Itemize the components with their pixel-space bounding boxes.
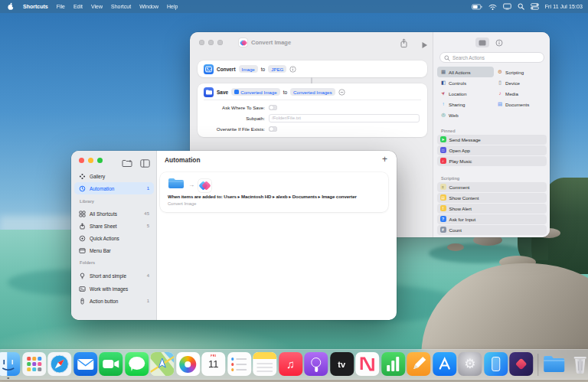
dock-iphone-mirroring-icon[interactable] (484, 351, 508, 379)
menu-edit[interactable]: Edit (74, 4, 83, 9)
menu-clock[interactable]: Fri 11 Jul 15:03 (545, 4, 583, 9)
dock-facetime-icon[interactable] (99, 351, 122, 379)
category-web[interactable]: ◎Web (437, 109, 494, 120)
add-automation-button[interactable]: + (382, 154, 387, 165)
display-icon[interactable] (503, 3, 511, 10)
dock-podcasts-icon[interactable] (304, 351, 328, 379)
sidebar-folder-action-button[interactable]: Action button 1 (74, 295, 154, 306)
zoom-button[interactable] (217, 40, 223, 45)
sharing-icon: ↑ (440, 101, 446, 107)
dock-tv-icon[interactable]: tv (330, 351, 354, 379)
show-content-icon: ▤ (440, 194, 446, 201)
minimize-button[interactable] (208, 40, 214, 45)
sidebar-item-automation[interactable]: Automation 1 (74, 182, 154, 194)
minimize-button[interactable] (88, 158, 93, 163)
collapse-icon[interactable] (338, 89, 345, 96)
action-count[interactable]: #Count (437, 225, 547, 235)
dock-calendar-icon[interactable]: FRI11 (201, 351, 225, 379)
automation-card[interactable]: → When items are added to: Users ▸ Macin… (160, 172, 388, 212)
action-play-music[interactable]: ♪Play Music (437, 156, 547, 166)
menu-app-name[interactable]: Shortcuts (23, 4, 48, 9)
zoom-button[interactable] (97, 158, 103, 163)
dock-downloads-folder-icon[interactable] (542, 351, 566, 379)
dock-appstore-icon[interactable] (433, 351, 456, 379)
category-sharing[interactable]: ↑Sharing (437, 99, 494, 109)
menu-file[interactable]: File (57, 4, 65, 9)
category-controls[interactable]: ◧Controls (437, 77, 494, 88)
sidebar-item-quick-actions[interactable]: Quick Actions (74, 233, 154, 243)
sidebar-item-menu-bar[interactable]: Menu Bar (74, 245, 154, 256)
menu-shortcut[interactable]: Shortcut (111, 4, 131, 9)
save-destination-token[interactable]: Converted Images (290, 88, 335, 96)
action-library-toggle[interactable] (475, 38, 489, 47)
sidebar-item-all-shortcuts[interactable]: All Shortcuts 45 (74, 208, 154, 219)
comment-icon: ≡ (440, 184, 446, 190)
folders-section-label: Folders (80, 260, 95, 265)
dock-music-icon[interactable]: ♫ (279, 351, 302, 379)
sidebar-item-share-sheet[interactable]: Share Sheet 5 (74, 220, 154, 231)
window-controls (79, 158, 103, 163)
menu-view[interactable]: View (91, 4, 103, 9)
dock-maps-icon[interactable] (150, 351, 174, 379)
save-preposition: to (283, 90, 287, 95)
battery-icon[interactable] (472, 4, 482, 10)
convert-input-token[interactable]: Image (239, 65, 258, 73)
close-button[interactable] (79, 158, 84, 163)
spotlight-icon[interactable] (518, 3, 524, 10)
param-label: Subpath: (198, 116, 265, 121)
menu-window[interactable]: Window (139, 4, 158, 9)
action-show-content[interactable]: ▤Show Content (437, 193, 547, 203)
category-scripting[interactable]: ⚙Scripting (494, 67, 547, 77)
action-open-app[interactable]: □Open App (437, 145, 547, 155)
subpath-input[interactable] (269, 114, 420, 122)
close-button[interactable] (199, 40, 204, 45)
dock-photos-icon[interactable] (176, 351, 200, 379)
gallery-icon (79, 173, 86, 180)
save-file-action-card[interactable]: Save Converted Image to Converted Images… (198, 83, 427, 137)
category-all-actions[interactable]: ▦All Actions (437, 67, 494, 77)
convert-image-action-card[interactable]: Convert Image to JPEG (198, 60, 427, 77)
share-button[interactable] (400, 38, 408, 51)
info-panel-toggle[interactable] (495, 39, 503, 47)
control-center-icon[interactable] (531, 3, 539, 10)
category-media[interactable]: ♪Media (494, 88, 547, 99)
category-device[interactable]: ▯Device (494, 77, 547, 88)
menu-help[interactable]: Help (167, 4, 178, 9)
action-comment[interactable]: ≡Comment (437, 182, 547, 192)
search-actions-field[interactable] (439, 52, 544, 63)
sidebar-item-gallery[interactable]: Gallery (74, 171, 154, 181)
dock-settings-icon[interactable]: ⚙ (458, 351, 482, 379)
category-location[interactable]: ➤Location (437, 88, 494, 99)
search-actions-input[interactable] (452, 55, 540, 60)
library-section-label: Library (80, 199, 94, 204)
info-icon[interactable] (289, 66, 296, 73)
dock-purple-app-icon[interactable] (509, 351, 533, 379)
dock-reminders-icon[interactable] (227, 351, 251, 379)
dock-launchpad-icon[interactable] (22, 351, 46, 379)
run-button[interactable] (421, 38, 428, 52)
dock-pages-icon[interactable] (407, 351, 430, 379)
dock-safari-icon[interactable] (47, 351, 71, 379)
dock-trash-icon[interactable] (568, 351, 588, 379)
action-send-message[interactable]: ➤Send Message (437, 135, 547, 145)
ask-for-input-icon: ? (440, 216, 446, 222)
new-folder-button[interactable] (122, 157, 132, 171)
dock-messages-icon[interactable] (125, 351, 149, 379)
convert-format-token[interactable]: JPEG (268, 65, 286, 73)
sidebar-folder-short-and-simple[interactable]: Short and simple 4 (74, 270, 154, 281)
sidebar-folder-work-with-images[interactable]: Work with images (74, 283, 154, 294)
dock-numbers-icon[interactable] (381, 351, 405, 379)
wifi-icon[interactable] (488, 4, 497, 10)
overwrite-toggle[interactable] (269, 126, 277, 132)
action-show-alert[interactable]: !Show Alert (437, 204, 547, 214)
dock-news-icon[interactable] (355, 351, 379, 379)
save-input-token[interactable]: Converted Image (231, 88, 279, 96)
apple-menu-icon[interactable] (7, 2, 15, 11)
action-ask-for-input[interactable]: ?Ask for Input (437, 214, 547, 224)
sidebar-toggle-icon[interactable] (140, 157, 150, 171)
category-documents[interactable]: ▤Documents (494, 99, 547, 109)
dock-mail-icon[interactable] (74, 351, 97, 379)
dock-finder-icon[interactable] (0, 351, 20, 379)
ask-where-to-save-toggle[interactable] (269, 105, 277, 110)
dock-notes-icon[interactable] (253, 351, 276, 379)
